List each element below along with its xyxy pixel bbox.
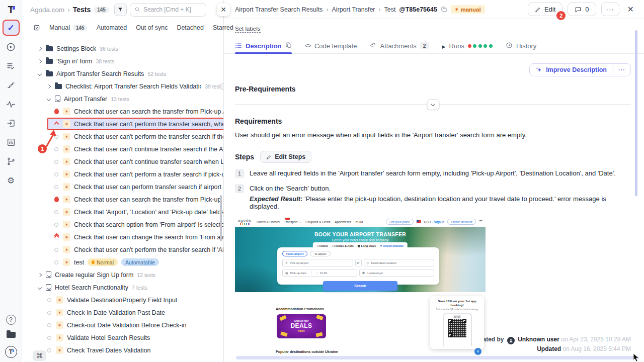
promo-close-button[interactable]: × bbox=[474, 348, 481, 355]
expand-section-button[interactable] bbox=[427, 99, 439, 110]
tab-runs[interactable]: ▶Runs bbox=[442, 38, 493, 53]
edit-steps-button[interactable]: Edit Steps bbox=[260, 151, 311, 163]
swap-button[interactable]: ⇄ bbox=[355, 259, 362, 266]
filter-tab-manual[interactable]: Manual145 bbox=[49, 24, 88, 31]
tab-attachments[interactable]: Attachments2 bbox=[370, 38, 429, 53]
test-row[interactable]: ✶Check-out Date Validation Before Check-… bbox=[22, 319, 223, 331]
test-row[interactable]: ✶Check-in Date Validation Past Date bbox=[22, 306, 223, 319]
shot-tab-homes-apts[interactable]: ⌂ Homes & Apts bbox=[332, 244, 354, 247]
rail-branch-icon[interactable] bbox=[4, 154, 19, 168]
tab-history[interactable]: History bbox=[506, 38, 536, 53]
chevron-down-icon[interactable] bbox=[37, 72, 42, 75]
workspace-avatar[interactable]: T bbox=[5, 346, 17, 358]
help-icon[interactable]: ? bbox=[6, 315, 16, 325]
vertical-scrollbar[interactable] bbox=[635, 30, 637, 196]
filter-tab-starred[interactable]: Starred bbox=[213, 24, 233, 31]
rail-settings-icon[interactable]: ⚙ bbox=[4, 173, 19, 188]
test-row[interactable]: ✶Check that user can search the transfer… bbox=[22, 105, 223, 118]
test-row[interactable]: ✶Validate DestinationProperty Field Inpu… bbox=[22, 294, 223, 306]
rail-steps-icon[interactable] bbox=[4, 78, 19, 92]
chevron-right-icon[interactable] bbox=[37, 60, 42, 63]
filter-tab-out-of-sync[interactable]: Out of sync bbox=[136, 24, 168, 31]
folder-row[interactable]: 'Sign in' form38 tests bbox=[22, 55, 223, 67]
edit-button[interactable]: Edit 2 bbox=[528, 3, 562, 16]
improve-description-button[interactable]: Improve Description ··· bbox=[529, 63, 631, 76]
tab-code-template[interactable]: <>Code template bbox=[305, 38, 357, 53]
shot-nav-[interactable]: ··· bbox=[367, 220, 370, 224]
shot-tab-long-stays[interactable]: ▦ Long stays bbox=[358, 244, 376, 247]
shot-nav-hotels-homes[interactable]: Hotels & Homes bbox=[257, 220, 280, 224]
improve-more-button[interactable]: ··· bbox=[613, 64, 630, 76]
shot-tab-hotels[interactable]: ⌂ Hotels bbox=[317, 244, 328, 247]
shot-search-button[interactable]: Search bbox=[323, 281, 397, 291]
rail-import-icon[interactable] bbox=[4, 116, 19, 130]
rail-runs-icon[interactable] bbox=[4, 40, 19, 54]
test-row[interactable]: ✶Check that user can't perform the trans… bbox=[22, 243, 223, 256]
rail-reports-icon[interactable] bbox=[4, 135, 19, 149]
pickup-date-field[interactable]: ▦Pick-up date ◔12:00 bbox=[282, 269, 357, 277]
test-row[interactable]: ✶Check that user can change the search f… bbox=[22, 231, 223, 243]
hamburger-icon[interactable]: ☰ bbox=[479, 220, 482, 224]
horizontal-scrollbar[interactable] bbox=[236, 356, 639, 359]
chevron-right-icon[interactable] bbox=[37, 47, 42, 50]
breadcrumb-section[interactable]: Tests bbox=[73, 6, 91, 14]
list-your-place-button[interactable]: List your place bbox=[386, 219, 414, 225]
shot-nav-esim[interactable]: eSIM bbox=[356, 220, 363, 224]
currency-selector[interactable]: USD bbox=[424, 220, 431, 224]
destination-field[interactable]: ◎Destination location bbox=[364, 259, 435, 266]
passengers-field[interactable]: ⚉1 passenger bbox=[359, 269, 434, 277]
sign-in-link[interactable]: Sign in bbox=[434, 220, 444, 224]
rail-pulse-icon[interactable] bbox=[4, 97, 19, 111]
shot-nav-transport[interactable]: Transport ⌄ bbox=[284, 220, 301, 224]
tree-scrollbar[interactable] bbox=[220, 195, 222, 241]
shot-tab-airport-transfer[interactable]: ✈ Airport transfer bbox=[380, 244, 404, 247]
chevron-right-icon[interactable] bbox=[37, 274, 42, 277]
shot-nav-apartments[interactable]: Apartments bbox=[335, 220, 351, 224]
test-row[interactable]: ✶Check that user can perform transfer se… bbox=[22, 180, 223, 193]
toggle-to-airport[interactable]: To airport bbox=[310, 251, 330, 256]
test-row[interactable]: ✶Check that 'Airport', 'Location' and 'P… bbox=[22, 206, 223, 218]
folder-row[interactable]: Checklist: Airport Transfer Search Field… bbox=[22, 80, 223, 93]
close-detail-button[interactable]: ✕ bbox=[624, 5, 637, 14]
bulk-select-icon[interactable] bbox=[33, 24, 40, 31]
collapse-panel-button[interactable]: ✕ bbox=[217, 3, 230, 16]
rail-tests-icon[interactable]: ✓ bbox=[4, 21, 19, 35]
copy-description-button[interactable] bbox=[285, 42, 292, 50]
filter-tab-automated[interactable]: Automated bbox=[97, 24, 127, 31]
test-row[interactable]: ✶Check that user can't continue transfer… bbox=[22, 143, 223, 155]
test-row[interactable]: ✶Check Travel Dates Validation bbox=[22, 344, 223, 354]
detail-crumb-subsuite[interactable]: Airport Transfer bbox=[332, 6, 375, 13]
projects-folder-icon[interactable] bbox=[7, 332, 16, 338]
test-row[interactable]: ✶Check that user can search the transfer… bbox=[22, 193, 223, 206]
rail-plans-icon[interactable] bbox=[4, 59, 19, 73]
suite-row[interactable]: Create regular Sign Up form12 tests bbox=[22, 268, 223, 281]
shot-nav-coupons-deals[interactable]: Coupons & Deals bbox=[305, 220, 330, 224]
keyboard-shortcut-icon[interactable]: ⌘ bbox=[33, 350, 46, 361]
more-actions-button[interactable]: ··· bbox=[601, 3, 619, 16]
flag-icon[interactable] bbox=[417, 220, 421, 223]
suite-row[interactable]: Hotel Search Functionality7 tests bbox=[22, 281, 223, 294]
comments-button[interactable]: 0 bbox=[568, 3, 596, 16]
test-row[interactable]: ✶Check that user can't continue transfer… bbox=[22, 155, 223, 168]
test-row[interactable]: ✶Check that search option from 'From air… bbox=[22, 218, 223, 231]
test-row[interactable]: ✶testNormalAutomatable bbox=[22, 256, 223, 268]
test-row[interactable]: ✶Check that user can't perform a trasfer… bbox=[22, 168, 223, 180]
chevron-down-icon[interactable] bbox=[37, 286, 42, 289]
deals-banner[interactable]: Grab all your DEALS here! bbox=[277, 314, 326, 338]
chevron-down-icon[interactable] bbox=[46, 98, 51, 101]
test-row[interactable]: ✶Check that user can't perform the trans… bbox=[22, 118, 223, 130]
folder-row[interactable]: Settings Block36 tests bbox=[22, 42, 223, 55]
tab-description[interactable]: Description bbox=[235, 38, 292, 53]
search-input[interactable] bbox=[143, 6, 202, 13]
breadcrumb-project[interactable]: Agoda.com bbox=[30, 6, 64, 14]
test-row[interactable]: ✶Validate Hotel Search Results bbox=[22, 331, 223, 344]
filter-button[interactable] bbox=[114, 4, 127, 16]
pickup-airport-field[interactable]: ✈Pick-up airport bbox=[282, 259, 353, 266]
create-account-button[interactable]: Create account bbox=[447, 219, 476, 225]
detail-crumb-suite[interactable]: Airport Transfer Search Results bbox=[235, 6, 323, 13]
filter-tab-detached[interactable]: Detached bbox=[177, 24, 204, 31]
set-labels-link[interactable]: Set labels bbox=[235, 26, 261, 33]
copy-test-id-button[interactable] bbox=[441, 6, 447, 13]
chevron-right-icon[interactable] bbox=[46, 85, 51, 88]
toggle-from-airport[interactable]: From airport bbox=[282, 251, 307, 256]
